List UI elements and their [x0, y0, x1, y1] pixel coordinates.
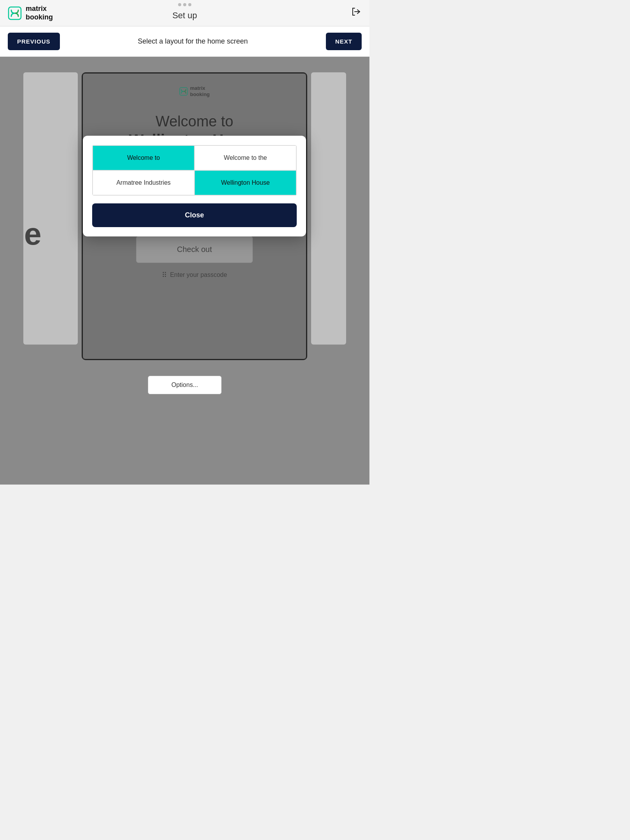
preview-card: matrix booking Welcome to Wellington Hou…: [82, 72, 307, 360]
progress-dots: [178, 3, 191, 6]
main-area: e matrix booking Welcome to Wellington H…: [0, 57, 369, 485]
next-button[interactable]: NEXT: [326, 33, 362, 50]
logo-text: matrix booking: [26, 5, 53, 21]
dot-1: [178, 3, 181, 6]
modal-option-welcome-to[interactable]: Welcome to: [93, 145, 194, 170]
dot-2: [183, 3, 186, 6]
logo-icon: [8, 6, 22, 20]
app-header: matrix booking Set up: [0, 0, 369, 26]
options-button[interactable]: Options...: [148, 376, 222, 394]
dot-3: [188, 3, 191, 6]
layout-panels: e matrix booking Welcome to Wellington H…: [0, 72, 369, 360]
modal-option-welcome-to-the[interactable]: Welcome to the: [194, 145, 296, 170]
side-panel-right: [311, 72, 346, 345]
modal-option-armatree[interactable]: Armatree Industries: [93, 170, 194, 195]
modal-option-wellington[interactable]: Wellington House: [194, 170, 296, 195]
logo: matrix booking: [8, 5, 53, 21]
modal-options-grid: Welcome to Welcome to the Armatree Indus…: [92, 145, 297, 196]
previous-button[interactable]: PREVIOUS: [8, 33, 60, 50]
exit-icon[interactable]: [351, 6, 362, 20]
modal-overlay: Welcome to Welcome to the Armatree Indus…: [83, 74, 306, 359]
selection-modal: Welcome to Welcome to the Armatree Indus…: [83, 136, 306, 236]
toolbar: PREVIOUS Select a layout for the home sc…: [0, 26, 369, 57]
side-panel-left: e: [23, 72, 78, 345]
toolbar-instruction: Select a layout for the home screen: [138, 37, 248, 46]
partial-letter: e: [24, 216, 42, 252]
modal-close-button[interactable]: Close: [92, 203, 297, 227]
header-title: Set up: [172, 10, 197, 21]
